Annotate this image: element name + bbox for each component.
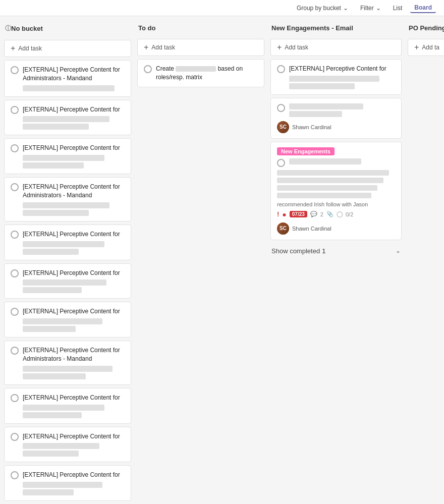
task-circle[interactable]: [144, 65, 152, 73]
table-row[interactable]: [EXTERNAL] Perceptive Content for: [4, 263, 131, 299]
table-row[interactable]: New Engagements recommended Irish follow…: [270, 142, 402, 240]
task-subtitle-blur2: [23, 489, 74, 495]
table-row[interactable]: [EXTERNAL] Perceptive Content for: [4, 100, 131, 136]
add-task-button-ne[interactable]: + Add task: [270, 39, 402, 56]
group-by-button[interactable]: Group by bucket ⌄: [293, 4, 352, 13]
task-circle[interactable]: [11, 471, 19, 479]
task-title-blur: [289, 103, 363, 109]
task-circle[interactable]: [11, 394, 19, 402]
task-circle[interactable]: [11, 144, 19, 152]
column-to-do: To do + Add task Create based on roles/r…: [137, 22, 264, 87]
avatar: SC: [277, 121, 289, 133]
show-completed-row[interactable]: Show completed 1 ⌄: [270, 243, 402, 259]
table-row[interactable]: Create based on roles/resp. matrix: [137, 59, 264, 87]
task-circle[interactable]: [11, 231, 19, 239]
task-title: [EXTERNAL] Perceptive Content for Admini…: [23, 66, 125, 83]
board-container: ⓘ No bucket + Add task [EXTERNAL] Percep…: [0, 16, 444, 504]
column-new-engagements-email: New Engagements - Email + Add task [EXTE…: [270, 22, 402, 259]
task-title: [EXTERNAL] Perceptive Content for Admini…: [23, 346, 125, 363]
assignee-name-2: Shawn Cardinal: [292, 226, 331, 232]
task-subtitle-blur: [23, 279, 106, 286]
new-engagements-tag: New Engagements: [277, 147, 335, 155]
plus-icon-ne: +: [277, 43, 282, 51]
task-circle[interactable]: [277, 65, 285, 73]
task-subtitle-blur2: [23, 326, 76, 332]
task-subtitle-blur: [23, 405, 104, 411]
task-subtitle-blur2: [23, 287, 82, 293]
table-row[interactable]: [EXTERNAL] Perceptive Content for: [4, 138, 131, 174]
filter-label: Filter: [360, 5, 374, 12]
task-title: [EXTERNAL] Perceptive Content for Admini…: [23, 183, 125, 200]
task-title: [EXTERNAL] Perceptive Content for: [23, 394, 125, 402]
task-subtitle-blur: [23, 318, 102, 324]
task-circle[interactable]: [11, 66, 19, 74]
chevron-down-icon-completed: ⌄: [396, 247, 401, 254]
table-row[interactable]: [EXTERNAL] Perceptive Content for: [4, 388, 131, 424]
column-po-pending: PO Pending + Add ta: [408, 22, 444, 56]
checklist-icon: ◯: [337, 211, 343, 217]
plus-icon-todo: +: [144, 43, 148, 51]
table-row[interactable]: [EXTERNAL] Perceptive Content for: [4, 225, 131, 260]
footer-text: recommended Irish follow with Jason: [277, 201, 395, 207]
task-circle[interactable]: [11, 269, 19, 277]
board-label: Board: [414, 4, 432, 11]
assignee-name: Shawn Cardinal: [292, 124, 331, 130]
add-task-label-po: Add ta: [422, 44, 439, 51]
task-subtitle-blur2: [23, 412, 82, 418]
task-title: [EXTERNAL] Perceptive Content for: [23, 307, 125, 316]
show-completed-label: Show completed: [271, 247, 320, 255]
table-row[interactable]: [EXTERNAL] Perceptive Content for: [4, 465, 131, 501]
column-header-to-do: To do: [137, 22, 264, 36]
board-tab-button[interactable]: Board: [410, 3, 436, 13]
body-line-2: [277, 178, 383, 183]
assignee-row: SC Shawn Cardinal: [277, 121, 395, 133]
task-subtitle-blur: [23, 482, 102, 488]
task-subtitle-blur2: [23, 210, 89, 216]
task-circle[interactable]: [277, 104, 285, 112]
task-circle[interactable]: [11, 433, 19, 441]
task-subtitle-blur: [23, 366, 113, 372]
group-by-label: Group by bucket: [297, 5, 341, 12]
add-task-label-ne: Add task: [285, 44, 308, 51]
task-title: [EXTERNAL] Perceptive Content for: [23, 432, 125, 441]
circle-icon: ●: [282, 210, 286, 218]
show-completed-count: 1: [322, 247, 325, 255]
task-circle[interactable]: [11, 183, 19, 191]
table-row[interactable]: [EXTERNAL] Perceptive Content for: [4, 427, 131, 463]
table-row[interactable]: SC Shawn Cardinal: [270, 98, 402, 139]
table-row[interactable]: [EXTERNAL] Perceptive Content for Admini…: [4, 177, 131, 221]
add-task-button-no-bucket[interactable]: + Add task: [4, 40, 131, 57]
task-subtitle-blur2: [23, 451, 79, 457]
date-badge: 07/23: [290, 211, 307, 217]
list-label: List: [393, 5, 403, 12]
task-title: [EXTERNAL] Perceptive Content for: [23, 471, 125, 479]
task-title: [EXTERNAL] Perceptive Content for: [23, 230, 125, 239]
table-row[interactable]: [EXTERNAL] Perceptive Content for Admini…: [4, 60, 131, 97]
avatar-2: SC: [277, 222, 289, 235]
task-circle[interactable]: [11, 106, 19, 114]
add-task-label: Add task: [18, 45, 42, 52]
add-task-button-po[interactable]: + Add ta: [408, 39, 444, 56]
table-row[interactable]: [EXTERNAL] Perceptive Content for: [4, 302, 131, 338]
task-circle[interactable]: [11, 308, 19, 316]
task-subtitle-blur2: [289, 83, 355, 89]
table-row[interactable]: [EXTERNAL] Perceptive Content for Admini…: [4, 341, 131, 385]
plus-icon-po: +: [414, 43, 419, 51]
table-row[interactable]: [EXTERNAL] Perceptive Content for: [270, 59, 402, 95]
task-circle[interactable]: [277, 159, 285, 167]
task-circle[interactable]: [11, 347, 19, 355]
task-subtitle-blur: [23, 85, 115, 91]
list-tab-button[interactable]: List: [389, 4, 407, 13]
priority-icon: !: [277, 210, 279, 218]
filter-button[interactable]: Filter ⌄: [356, 4, 385, 13]
column-header-no-bucket: ⓘ No bucket: [4, 22, 131, 37]
task-subtitle-blur: [23, 241, 104, 247]
task-subtitle-blur: [23, 443, 99, 449]
column-header-new-engagements: New Engagements - Email: [270, 22, 402, 36]
chevron-down-icon-filter: ⌄: [376, 5, 381, 12]
add-task-button-to-do[interactable]: + Add task: [137, 39, 264, 56]
task-subtitle-blur2: [23, 124, 89, 130]
comment-icon: 💬: [310, 211, 317, 217]
task-subtitle-blur2: [23, 373, 86, 379]
assignee-row: SC Shawn Cardinal: [277, 222, 395, 235]
